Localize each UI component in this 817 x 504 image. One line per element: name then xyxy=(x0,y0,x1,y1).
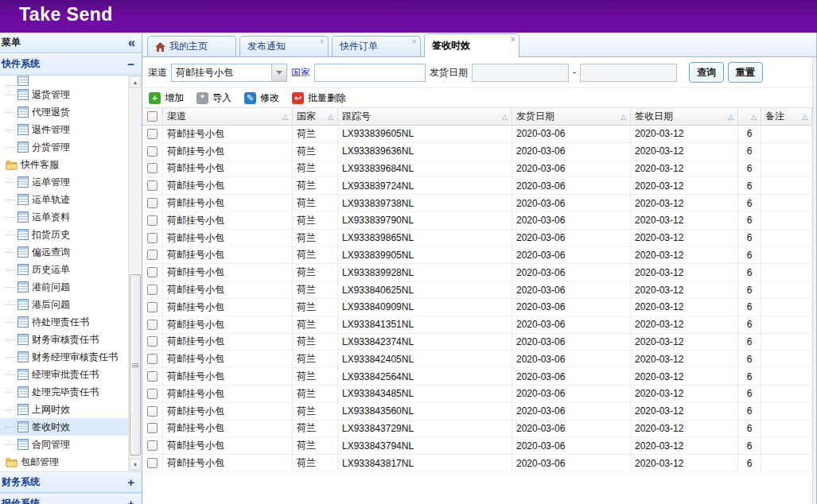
table-row[interactable]: 荷邮挂号小包荷兰LX933843485NL2020-03-062020-03-1… xyxy=(142,386,816,403)
table-row[interactable]: 荷邮挂号小包荷兰LX933839905NL2020-03-062020-03-1… xyxy=(142,247,816,265)
expand-plus-icon[interactable]: + xyxy=(127,476,134,488)
sidebar-item-21[interactable]: 包邮管理 xyxy=(0,453,128,471)
scroll-up-icon[interactable]: ▲ xyxy=(130,76,141,88)
sidebar-item-6[interactable]: 运单轨迹 xyxy=(0,191,128,208)
sidebar-item-8[interactable]: 扣货历史 xyxy=(0,226,128,243)
edit-button[interactable]: ✎修改 xyxy=(244,91,279,105)
row-checkbox[interactable] xyxy=(147,267,158,277)
row-checkbox[interactable] xyxy=(147,285,158,295)
column-header-country[interactable]: 国家△ xyxy=(293,108,338,125)
sidebar-item-16[interactable]: 经理审批责任书 xyxy=(0,366,128,383)
sidebar-item-19[interactable]: 签收时效 xyxy=(0,418,128,436)
column-header-channel[interactable]: 渠道△ xyxy=(163,108,293,125)
sort-icon[interactable]: △ xyxy=(802,113,807,121)
sidebar-item-5[interactable]: 运单管理 xyxy=(0,173,128,191)
sidebar-item-13[interactable]: 待处理责任书 xyxy=(0,313,128,331)
sidebar-item-10[interactable]: 历史运单 xyxy=(0,261,128,278)
row-checkbox[interactable] xyxy=(147,371,158,382)
reset-button[interactable]: 重置 xyxy=(728,62,763,83)
row-checkbox[interactable] xyxy=(147,163,158,173)
sidebar-item-9[interactable]: 偏远查询 xyxy=(0,243,128,261)
table-row[interactable]: 荷邮挂号小包荷兰LX933839790NL2020-03-062020-03-1… xyxy=(142,212,816,230)
row-checkbox[interactable] xyxy=(147,354,158,364)
column-header-ship_date[interactable]: 发货日期△ xyxy=(512,108,631,125)
row-checkbox[interactable] xyxy=(147,302,158,312)
tab-2[interactable]: 快件订单 × xyxy=(332,36,421,56)
sidebar-item-1[interactable]: 代理退货 xyxy=(0,103,128,121)
sort-icon[interactable]: △ xyxy=(751,113,757,121)
scroll-down-icon[interactable]: ▼ xyxy=(130,459,141,471)
row-checkbox[interactable] xyxy=(147,423,158,433)
table-row[interactable]: 荷邮挂号小包荷兰LX933839865NL2020-03-062020-03-1… xyxy=(142,230,816,247)
table-row[interactable]: 荷邮挂号小包荷兰LX933839684NL2020-03-062020-03-1… xyxy=(142,161,816,178)
table-row[interactable]: 荷邮挂号小包荷兰LX933842564NL2020-03-062020-03-1… xyxy=(142,368,816,386)
accordion-section-finance[interactable]: 财务系统 + xyxy=(0,471,142,493)
sidebar-collapse-icon[interactable]: « xyxy=(128,37,135,49)
sidebar-item-15[interactable]: 财务经理审核责任书 xyxy=(0,348,128,366)
row-checkbox[interactable] xyxy=(147,250,158,260)
date-from-input[interactable] xyxy=(472,64,569,82)
accordion-section-quotation[interactable]: 报价系统 + xyxy=(0,493,142,504)
column-header-remark[interactable]: 备注△ xyxy=(761,108,812,125)
tab-3[interactable]: 签收时效 × xyxy=(424,33,519,57)
row-checkbox[interactable] xyxy=(147,198,158,208)
tree-scrollbar[interactable]: ▲ ▼ xyxy=(128,76,142,471)
sort-icon[interactable]: △ xyxy=(621,113,626,121)
sidebar-item-17[interactable]: 处理完毕责任书 xyxy=(0,383,128,401)
sort-icon[interactable]: △ xyxy=(728,113,733,121)
row-checkbox[interactable] xyxy=(147,389,158,399)
sort-icon[interactable]: △ xyxy=(502,113,508,121)
row-checkbox[interactable] xyxy=(147,440,158,451)
channel-dropdown-arrow[interactable] xyxy=(271,64,286,81)
table-row[interactable]: 荷邮挂号小包荷兰LX933843794NL2020-03-062020-03-1… xyxy=(142,437,816,455)
tab-close-icon[interactable]: × xyxy=(412,38,417,45)
expand-plus-icon[interactable]: + xyxy=(127,498,134,504)
sidebar-item-18[interactable]: 上网时效 xyxy=(0,401,128,418)
table-row[interactable]: 荷邮挂号小包荷兰LX933842405NL2020-03-062020-03-1… xyxy=(142,351,816,368)
column-header-sign_date[interactable]: 签收日期△ xyxy=(631,108,738,125)
row-checkbox[interactable] xyxy=(147,146,158,157)
search-button[interactable]: 查询 xyxy=(689,62,724,83)
sidebar-item-12[interactable]: 港后问题 xyxy=(0,296,128,313)
table-row[interactable]: 荷邮挂号小包荷兰LX933839605NL2020-03-062020-03-1… xyxy=(142,126,816,143)
batch-delete-button[interactable]: ↩批量删除 xyxy=(292,91,346,105)
table-row[interactable]: 荷邮挂号小包荷兰LX933840625NL2020-03-062020-03-1… xyxy=(142,281,816,299)
row-checkbox[interactable] xyxy=(147,215,158,226)
row-checkbox[interactable] xyxy=(147,320,158,330)
sidebar-item-11[interactable]: 港前问题 xyxy=(0,278,128,296)
row-checkbox[interactable] xyxy=(147,336,158,347)
sort-icon[interactable]: △ xyxy=(282,113,288,121)
table-row[interactable]: 荷邮挂号小包荷兰LX933839724NL2020-03-062020-03-1… xyxy=(142,177,816,195)
sidebar-item-7[interactable]: 运单资料 xyxy=(0,208,128,226)
tab-close-icon[interactable]: × xyxy=(320,38,325,45)
row-checkbox[interactable] xyxy=(147,233,158,243)
row-checkbox[interactable] xyxy=(147,458,158,468)
sidebar-item-4[interactable]: 快件客服 xyxy=(0,156,128,173)
tab-0[interactable]: 我的主页 xyxy=(147,36,236,56)
table-row[interactable]: 荷邮挂号小包荷兰LX933839928NL2020-03-062020-03-1… xyxy=(142,264,816,281)
sidebar-item-0[interactable]: 退货管理 xyxy=(0,86,128,103)
row-checkbox[interactable] xyxy=(147,129,158,139)
table-row[interactable]: 荷邮挂号小包荷兰LX933841351NL2020-03-062020-03-1… xyxy=(142,316,816,334)
sort-icon[interactable]: △ xyxy=(328,113,333,121)
tab-1[interactable]: 发布通知 × xyxy=(239,36,329,56)
country-input[interactable] xyxy=(314,64,426,82)
table-row[interactable]: 荷邮挂号小包荷兰LX933843817NL2020-03-062020-03-1… xyxy=(142,455,816,472)
import-button[interactable]: *导入 xyxy=(196,91,231,105)
table-row[interactable]: 荷邮挂号小包荷兰LX933842374NL2020-03-062020-03-1… xyxy=(142,334,816,351)
sidebar-item-14[interactable]: 财务审核责任书 xyxy=(0,331,128,348)
row-checkbox[interactable] xyxy=(147,180,158,191)
column-header-days[interactable]: △ xyxy=(738,108,761,125)
tree-item-partial[interactable] xyxy=(0,76,128,86)
row-checkbox[interactable] xyxy=(147,406,158,417)
collapse-minus-icon[interactable]: − xyxy=(127,58,134,70)
accordion-section-express[interactable]: 快件系统 − xyxy=(0,53,142,76)
table-row[interactable]: 荷邮挂号小包荷兰LX933839636NL2020-03-062020-03-1… xyxy=(142,143,816,161)
table-row[interactable]: 荷邮挂号小包荷兰LX933843560NL2020-03-062020-03-1… xyxy=(142,403,816,421)
scroll-thumb[interactable] xyxy=(130,274,141,456)
table-row[interactable]: 荷邮挂号小包荷兰LX933843729NL2020-03-062020-03-1… xyxy=(142,421,816,438)
tab-close-icon[interactable]: × xyxy=(511,36,515,43)
table-row[interactable]: 荷邮挂号小包荷兰LX933840909NL2020-03-062020-03-1… xyxy=(142,299,816,316)
channel-combobox[interactable]: 荷邮挂号小包 xyxy=(171,64,287,82)
sidebar-item-3[interactable]: 分货管理 xyxy=(0,138,128,156)
